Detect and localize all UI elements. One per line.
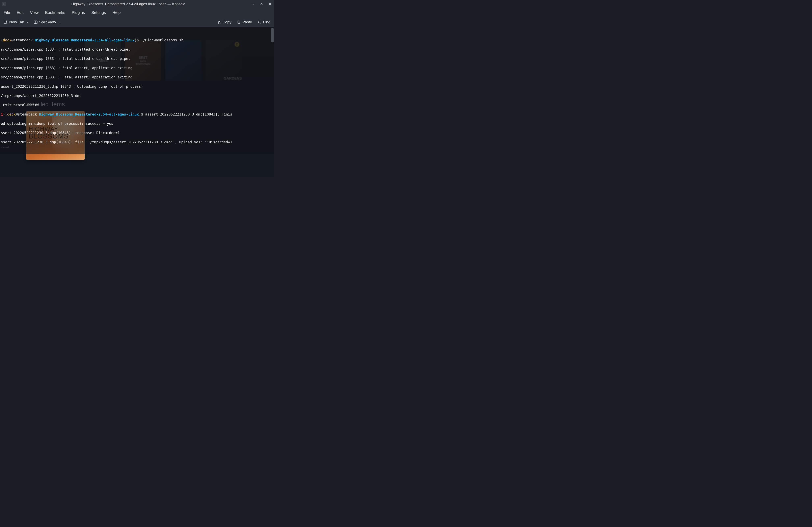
terminal-line: src/common/pipes.cpp (883) : fatal stall… — [1, 47, 273, 52]
paste-icon — [237, 20, 241, 24]
terminal-line: src/common/pipes.cpp (883) : fatal stall… — [1, 56, 273, 61]
svg-point-7 — [258, 21, 260, 23]
paste-button[interactable]: Paste — [237, 20, 252, 24]
svg-rect-6 — [238, 20, 240, 21]
window-title: Highway_Blossoms_Remastered-2.54-all-age… — [6, 2, 251, 6]
menu-view[interactable]: View — [30, 10, 39, 16]
menu-bookmarks[interactable]: Bookmarks — [45, 10, 66, 16]
svg-rect-0 — [4, 21, 6, 24]
terminal-line: src/common/pipes.cpp (883) : Fatal asser… — [1, 75, 273, 80]
find-label: Find — [263, 20, 271, 24]
toolbar: New Tab ▾ Split View ⌄ Copy Paste — [0, 17, 274, 27]
new-tab-label: New Tab — [9, 20, 24, 24]
terminal-app-icon — [2, 2, 6, 6]
copy-icon — [217, 20, 221, 24]
menu-bar: File Edit View Bookmarks Plugins Setting… — [0, 8, 274, 17]
terminal-line: _ExitOnFatalAssert — [1, 103, 273, 108]
svg-rect-4 — [218, 22, 220, 24]
maximize-button[interactable] — [259, 2, 264, 6]
copy-button[interactable]: Copy — [217, 20, 231, 24]
scrollbar-thumb[interactable] — [271, 28, 274, 42]
konsole-window: Highway_Blossoms_Remastered-2.54-all-age… — [0, 0, 274, 154]
split-view-button[interactable]: Split View ⌄ — [34, 20, 61, 24]
chevron-down-icon: ⌄ — [58, 20, 61, 24]
new-tab-icon — [4, 20, 8, 24]
split-view-icon — [34, 20, 38, 24]
menu-settings[interactable]: Settings — [91, 10, 106, 16]
terminal-line: src/common/pipes.cpp (883) : Fatal asser… — [1, 66, 273, 70]
copy-label: Copy — [222, 20, 231, 24]
terminal-line: (deck@steamdeck Highway_Blossoms_Remaste… — [1, 38, 273, 43]
close-button[interactable] — [267, 2, 272, 6]
terminal-line: ssert_20220522211230_3.dmp[10843]: respo… — [1, 131, 273, 135]
paste-label: Paste — [242, 20, 252, 24]
search-icon — [258, 20, 261, 24]
split-view-label: Split View — [39, 20, 56, 24]
terminal-line: 1)(deck@steamdeck Highway_Blossoms_Remas… — [1, 112, 273, 117]
window-titlebar[interactable]: Highway_Blossoms_Remastered-2.54-all-age… — [0, 0, 274, 8]
menu-help[interactable]: Help — [112, 10, 121, 16]
menu-edit[interactable]: Edit — [16, 10, 24, 16]
chevron-down-icon: ▾ — [27, 20, 28, 24]
terminal-line: /tmp/dumps/assert_20220522211230_3.dmp — [1, 94, 273, 98]
svg-rect-5 — [238, 21, 240, 24]
terminal-line: ssert_20220522211230_3.dmp[10843]: file … — [1, 140, 273, 145]
minimize-button[interactable] — [251, 2, 256, 6]
new-tab-button[interactable]: New Tab ▾ — [4, 20, 28, 24]
menu-file[interactable]: File — [3, 10, 11, 16]
menu-plugins[interactable]: Plugins — [71, 10, 85, 16]
terminal-line: assert_20220522211230_3.dmp[10843]: Uplo… — [1, 84, 273, 89]
find-button[interactable]: Find — [258, 20, 271, 24]
terminal-viewport[interactable]: (deck@steamdeck Highway_Blossoms_Remaste… — [0, 27, 274, 154]
svg-line-8 — [260, 23, 261, 24]
terminal-line: ed uploading minidump (out-of-process): … — [1, 122, 273, 126]
